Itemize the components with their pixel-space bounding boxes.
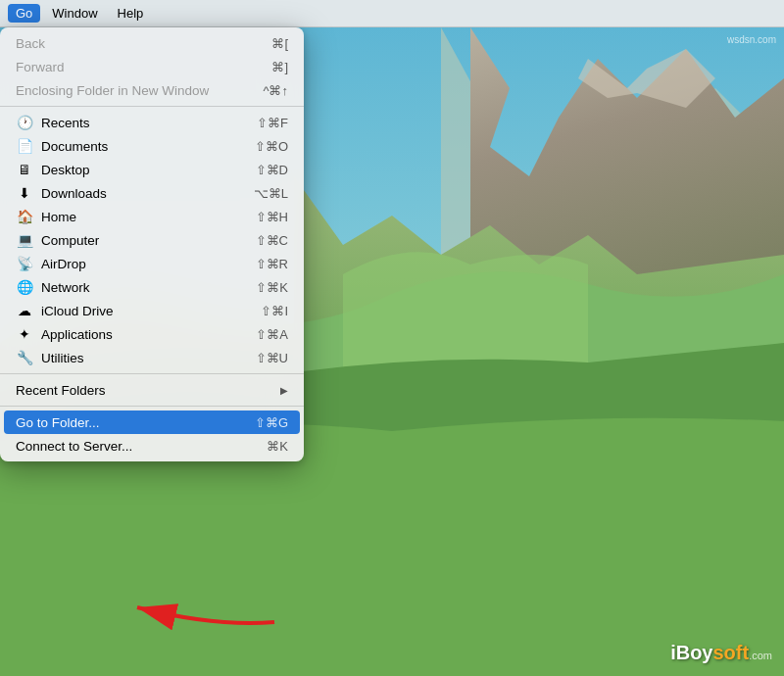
go-menu-dropdown: Back ⌘[ Forward ⌘] Enclosing Folder in N… bbox=[0, 27, 304, 461]
watermark-soft-text: soft bbox=[712, 642, 749, 664]
menu-item-desktop[interactable]: 🖥 Desktop ⇧⌘D bbox=[0, 158, 304, 181]
menu-item-airdrop[interactable]: 📡 AirDrop ⇧⌘R bbox=[0, 252, 304, 275]
menu-item-utilities[interactable]: 🔧 Utilities ⇧⌘U bbox=[0, 346, 304, 369]
menu-item-connect-to-server[interactable]: Connect to Server... ⌘K bbox=[0, 434, 304, 458]
utilities-icon: 🔧 bbox=[16, 350, 33, 365]
watermark-iboy-text: iBoy bbox=[670, 642, 712, 664]
computer-icon: 💻 bbox=[16, 232, 33, 248]
icloud-icon: ☁ bbox=[16, 303, 33, 318]
airdrop-icon: 📡 bbox=[16, 256, 33, 271]
menu-item-enclosing[interactable]: Enclosing Folder in New Window ^⌘↑ bbox=[0, 78, 304, 102]
menu-item-icloud[interactable]: ☁ iCloud Drive ⇧⌘I bbox=[0, 299, 304, 322]
menu-item-back[interactable]: Back ⌘[ bbox=[0, 31, 304, 55]
iboysoft-watermark: iBoy soft .com bbox=[670, 642, 772, 664]
applications-icon: ✦ bbox=[16, 326, 33, 342]
menu-bar-go[interactable]: Go bbox=[8, 4, 40, 23]
downloads-icon: ⬇ bbox=[16, 185, 33, 201]
wsdsn-watermark: wsdsn.com bbox=[727, 34, 776, 45]
watermark-com-text: .com bbox=[749, 650, 772, 661]
menu-bar-items: Go Window Help bbox=[8, 4, 151, 23]
menu-bar-help[interactable]: Help bbox=[110, 4, 152, 23]
menu-bar: Go Window Help bbox=[0, 0, 784, 27]
separator-3 bbox=[0, 406, 304, 407]
menu-bar-window[interactable]: Window bbox=[44, 4, 105, 23]
menu-item-recents[interactable]: 🕐 Recents ⇧⌘F bbox=[0, 111, 304, 134]
documents-icon: 📄 bbox=[16, 138, 33, 154]
menu-item-downloads[interactable]: ⬇ Downloads ⌥⌘L bbox=[0, 181, 304, 205]
menu-item-computer[interactable]: 💻 Computer ⇧⌘C bbox=[0, 228, 304, 252]
recents-icon: 🕐 bbox=[16, 115, 33, 130]
network-icon: 🌐 bbox=[16, 279, 33, 295]
menu-item-go-to-folder[interactable]: Go to Folder... ⇧⌘G bbox=[4, 410, 300, 434]
menu-item-applications[interactable]: ✦ Applications ⇧⌘A bbox=[0, 322, 304, 346]
menu-item-network[interactable]: 🌐 Network ⇧⌘K bbox=[0, 275, 304, 299]
menu-item-home[interactable]: 🏠 Home ⇧⌘H bbox=[0, 205, 304, 228]
menu-item-forward[interactable]: Forward ⌘] bbox=[0, 55, 304, 78]
separator-1 bbox=[0, 106, 304, 107]
menu-item-documents[interactable]: 📄 Documents ⇧⌘O bbox=[0, 134, 304, 158]
menu-item-recent-folders[interactable]: Recent Folders bbox=[0, 378, 304, 402]
home-icon: 🏠 bbox=[16, 209, 33, 224]
desktop-icon: 🖥 bbox=[16, 162, 33, 177]
separator-2 bbox=[0, 373, 304, 374]
